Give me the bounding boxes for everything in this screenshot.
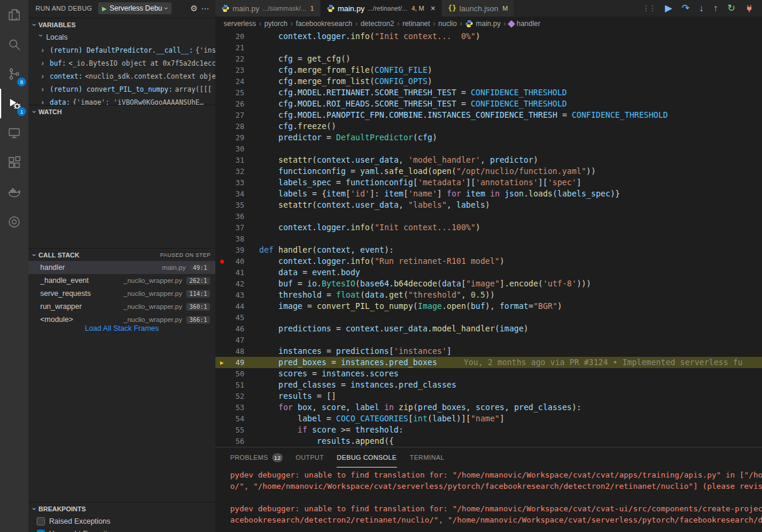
variable-item[interactable]: ›data:{'image': 'iVBORw0KGgoAAAANSUhE… (28, 96, 215, 105)
breadcrumb-item[interactable]: facebookresearch (296, 20, 352, 28)
search-icon[interactable] (0, 30, 28, 59)
code-text[interactable] (244, 42, 762, 53)
gutter-margin[interactable] (215, 391, 228, 402)
more-actions-icon[interactable]: ⋯ (201, 4, 209, 13)
code-text[interactable]: label = COCO_CATEGORIES[int(label)]["nam… (244, 413, 762, 424)
gutter-margin[interactable] (215, 87, 228, 98)
stack-frame[interactable]: handlermain.py49:1 (28, 261, 215, 274)
code-text[interactable]: setattr(context.user_data, "labels", lab… (244, 199, 762, 211)
breadcrumb-item[interactable]: main.py (465, 20, 501, 28)
editor-tab[interactable]: main.py.../siammask/...1 (215, 0, 321, 17)
gutter-margin[interactable] (215, 323, 228, 334)
stack-frame[interactable]: run_wrapper_nuclio_wrapper.py360:1 (28, 300, 215, 313)
run-and-debug-icon[interactable]: 1 (0, 89, 28, 118)
breadcrumb-item[interactable]: detectron2 (360, 20, 394, 28)
breakpoint-dot[interactable]: ● (215, 256, 228, 267)
panel-tab-terminal[interactable]: TERMINAL (410, 447, 445, 467)
gutter-margin[interactable] (215, 222, 228, 233)
gutter-margin[interactable] (215, 402, 228, 413)
gutter-margin[interactable] (215, 177, 228, 188)
variable-item[interactable]: ›(return) DefaultPredictor.__call__:{'in… (28, 44, 215, 57)
gutter-margin[interactable] (215, 143, 228, 154)
debug-config-dropdown[interactable]: ▶ Serverless Debu › (98, 2, 172, 14)
gutter-margin[interactable] (215, 346, 228, 357)
stack-frame[interactable]: serve_requests_nuclio_wrapper.py114:1 (28, 287, 215, 300)
disconnect-button-icon[interactable] (745, 4, 754, 13)
gutter-margin[interactable] (215, 188, 228, 199)
drag-handle-icon[interactable]: ⋮⋮ (642, 5, 656, 12)
code-text[interactable]: scores = instances.scores (244, 368, 762, 379)
code-text[interactable]: cfg.merge_from_file(CONFIG_FILE) (244, 65, 762, 76)
code-text[interactable]: context.logger.info("Init context...100%… (244, 222, 762, 233)
gutter-margin[interactable] (215, 166, 228, 177)
code-text[interactable] (244, 312, 762, 323)
circle-plugin-icon[interactable] (0, 207, 28, 237)
gutter-margin[interactable] (215, 436, 228, 447)
docker-icon[interactable] (0, 178, 28, 207)
code-text[interactable]: for box, score, label in zip(pred_boxes,… (244, 402, 762, 413)
code-text[interactable]: results.append({ (244, 436, 762, 447)
breadcrumb-item[interactable]: handler (509, 20, 540, 28)
gutter-margin[interactable] (215, 76, 228, 87)
code-text[interactable] (244, 143, 762, 154)
code-text[interactable]: context.logger.info("Run retinanet-R101 … (244, 256, 762, 267)
code-text[interactable]: predictor = DefaultPredictor(cfg) (244, 132, 762, 143)
breadcrumb-item[interactable]: serverless (224, 20, 256, 28)
variable-item[interactable]: ›buf:<_io.BytesIO object at 0x7f5a2dc1ec… (28, 57, 215, 70)
code-text[interactable] (244, 233, 762, 244)
gutter-margin[interactable] (215, 199, 228, 211)
gutter-margin[interactable] (215, 233, 228, 244)
execution-pointer-icon[interactable]: ▶ (215, 357, 228, 368)
gutter-margin[interactable] (215, 65, 228, 76)
code-text[interactable] (244, 334, 762, 346)
step-over-button-icon[interactable]: ↷ (682, 4, 689, 13)
code-text[interactable]: threshold = float(data.get("threshold", … (244, 289, 762, 301)
code-text[interactable]: context.logger.info("Init context... 0%"… (244, 31, 762, 42)
code-text[interactable]: if score >= threshold: (244, 424, 762, 436)
code-text[interactable]: predictions = context.user_data.model_ha… (244, 323, 762, 334)
code-text[interactable]: buf = io.BytesIO(base64.b64decode(data["… (244, 278, 762, 289)
checkbox[interactable] (37, 517, 45, 525)
code-text[interactable]: data = event.body (244, 267, 762, 278)
gutter-margin[interactable] (215, 301, 228, 312)
gutter-margin[interactable] (215, 267, 228, 278)
close-icon[interactable]: × (431, 4, 435, 12)
watch-section-header[interactable]: › WATCH (28, 105, 215, 118)
remote-explorer-icon[interactable] (0, 118, 28, 148)
panel-tab-debug-console[interactable]: DEBUG CONSOLE (337, 447, 396, 467)
gutter-margin[interactable] (215, 368, 228, 379)
gutter-margin[interactable] (215, 312, 228, 323)
load-all-stack-frames-link[interactable]: Load All Stack Frames (28, 324, 215, 333)
code-text[interactable]: setattr(context.user_data, 'model_handle… (244, 154, 762, 166)
gutter-margin[interactable] (215, 98, 228, 109)
variables-scope-locals[interactable]: ›Locals (28, 31, 215, 44)
variables-section-header[interactable]: › VARIABLES (28, 18, 215, 31)
gutter-margin[interactable] (215, 121, 228, 132)
code-text[interactable]: pred_classes = instances.pred_classes (244, 379, 762, 391)
code-text[interactable]: instances = predictions['instances'] (244, 346, 762, 357)
gutter-margin[interactable] (215, 42, 228, 53)
extensions-icon[interactable] (0, 148, 28, 178)
code-text[interactable]: results = [] (244, 391, 762, 402)
call-stack-section-header[interactable]: › CALL STACK PAUSED ON STEP (28, 248, 215, 261)
breadcrumb-item[interactable]: retinanet (402, 20, 430, 28)
gutter-margin[interactable] (215, 289, 228, 301)
breakpoints-section-header[interactable]: › BREAKPOINTS (28, 502, 215, 515)
continue-button-icon[interactable]: ▶ (665, 4, 672, 13)
gutter-margin[interactable] (215, 53, 228, 65)
panel-tab-output[interactable]: OUTPUT (296, 447, 324, 467)
explorer-icon[interactable] (0, 0, 28, 30)
step-out-button-icon[interactable]: ↑ (713, 4, 718, 13)
gutter-margin[interactable] (215, 244, 228, 256)
code-text[interactable]: cfg.merge_from_list(CONFIG_OPTS) (244, 76, 762, 87)
code-text[interactable]: labels = {item['id']: item['name'] for i… (244, 188, 762, 199)
start-debugging-icon[interactable]: ▶ (102, 5, 107, 12)
stack-frame[interactable]: _handle_event_nuclio_wrapper.py262:1 (28, 274, 215, 287)
code-text[interactable]: pred_boxes = instances.pred_boxesYou, 2 … (244, 357, 762, 368)
code-text[interactable]: cfg.freeze() (244, 121, 762, 132)
breadcrumb-item[interactable]: pytorch (264, 20, 288, 28)
gutter-margin[interactable] (215, 379, 228, 391)
code-editor[interactable]: 20 context.logger.info("Init context... … (215, 31, 762, 447)
step-into-button-icon[interactable]: ↓ (699, 4, 704, 13)
gutter-margin[interactable] (215, 109, 228, 121)
